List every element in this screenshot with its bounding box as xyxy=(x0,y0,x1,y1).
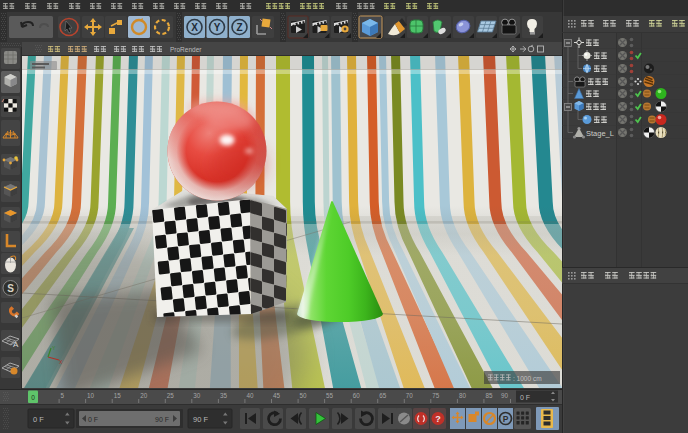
svg-text:65: 65 xyxy=(379,392,387,399)
svg-text:5: 5 xyxy=(61,392,65,399)
svg-text:0: 0 xyxy=(31,394,35,401)
svg-text:: 1000 cm: : 1000 cm xyxy=(513,375,542,382)
svg-text:Z: Z xyxy=(236,22,242,33)
svg-text:70: 70 xyxy=(406,392,414,399)
svg-text:25: 25 xyxy=(167,392,175,399)
svg-text:90 F: 90 F xyxy=(155,416,169,423)
svg-text:Stage_L: Stage_L xyxy=(586,129,614,138)
svg-text:55: 55 xyxy=(326,392,334,399)
svg-text:85: 85 xyxy=(485,392,493,399)
svg-text:P: P xyxy=(503,414,509,424)
svg-text:0 F: 0 F xyxy=(88,416,98,423)
svg-text:0 F: 0 F xyxy=(33,415,44,424)
svg-text:60: 60 xyxy=(353,392,361,399)
svg-text:75: 75 xyxy=(432,392,440,399)
svg-text:20: 20 xyxy=(140,392,148,399)
svg-text:90 F: 90 F xyxy=(193,415,208,424)
svg-text:Y: Y xyxy=(214,22,221,33)
svg-text:?: ? xyxy=(435,414,441,424)
svg-text:ProRender: ProRender xyxy=(170,46,202,53)
svg-text:X: X xyxy=(191,22,198,33)
svg-text:80: 80 xyxy=(459,392,467,399)
svg-text:A: A xyxy=(13,340,19,349)
svg-text:10: 10 xyxy=(87,392,95,399)
svg-text:35: 35 xyxy=(220,392,228,399)
svg-text:0 F: 0 F xyxy=(520,394,530,401)
svg-text:90: 90 xyxy=(501,392,509,399)
svg-text:30: 30 xyxy=(193,392,201,399)
svg-text:50: 50 xyxy=(300,392,308,399)
svg-text:40: 40 xyxy=(246,392,254,399)
svg-text:15: 15 xyxy=(114,392,122,399)
svg-text:45: 45 xyxy=(273,392,281,399)
svg-text:S: S xyxy=(7,283,14,294)
